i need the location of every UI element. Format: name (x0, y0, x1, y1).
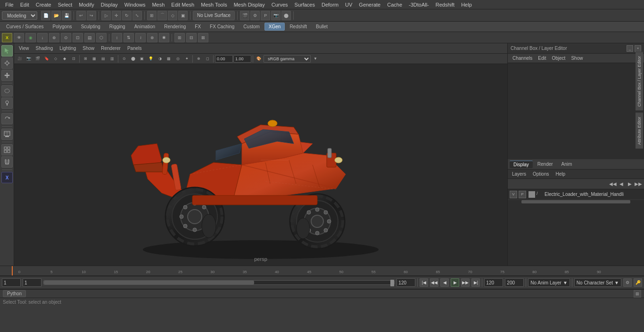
tab-fx-caching[interactable]: FX Caching (206, 23, 239, 31)
transform-tool-btn[interactable] (1, 57, 13, 69)
xgen-btn-14[interactable]: ✱ (159, 33, 169, 42)
menu-surfaces[interactable]: Surfaces (291, 1, 318, 8)
layer-color-swatch[interactable] (528, 191, 535, 198)
vp-select-btn[interactable]: ◇ (51, 55, 60, 63)
vp-scale-input[interactable] (233, 55, 251, 63)
menu-mesh-display[interactable]: Mesh Display (231, 1, 268, 8)
tab-bullet[interactable]: Bullet (312, 23, 332, 31)
snap-curve-btn[interactable]: ⌒ (157, 11, 167, 20)
viewport-menu-shading[interactable]: Shading (33, 45, 56, 52)
transport-back-step[interactable]: ◀◀ (430, 278, 438, 287)
anim-layer-dropdown[interactable]: No Anim Layer ▼ (528, 278, 570, 287)
char-set-dropdown[interactable]: No Character Set ▼ (574, 278, 621, 287)
tab-rendering[interactable]: Rendering (160, 23, 190, 31)
vp-obj-btn[interactable]: ◻ (203, 55, 212, 63)
render-settings-btn[interactable]: ⚙ (250, 11, 260, 20)
timeline-end-input[interactable] (396, 278, 415, 287)
tab-polygons[interactable]: Polygons (48, 23, 76, 31)
snap-grid-btn[interactable]: ⊞ (147, 11, 157, 20)
viewport-menu-view[interactable]: View (16, 45, 32, 52)
new-file-btn[interactable]: 📄 (41, 11, 50, 20)
viewport-canvas[interactable]: persp (14, 64, 507, 266)
xgen-btn-12[interactable]: ≀ (135, 33, 146, 42)
magnet-btn[interactable] (1, 156, 13, 168)
viewport-menu-renderer[interactable]: Renderer (98, 45, 124, 52)
transport-play-fwd[interactable]: ▶ (451, 278, 459, 287)
xgen-btn-11[interactable]: ⇅ (124, 33, 134, 42)
select-tool-btn[interactable] (1, 45, 13, 57)
menu-display[interactable]: Display (98, 1, 121, 8)
camera-btn[interactable]: 📷 (271, 11, 281, 20)
xgen-btn-7[interactable]: ⊡ (73, 33, 83, 42)
snap-surface-btn[interactable]: ▣ (178, 11, 188, 20)
menu-create[interactable]: Create (33, 1, 55, 8)
tab-anim[interactable]: Anim (558, 161, 576, 168)
max-range-input[interactable] (505, 278, 524, 287)
layer-item[interactable]: V P / Electric_Loader_with_Material_Hand… (508, 189, 644, 200)
display-btn[interactable]: ⬤ (281, 11, 291, 20)
auto-key-btn[interactable]: 🔑 (634, 278, 642, 287)
menu-redshift[interactable]: Redshift (432, 1, 458, 8)
scale-btn[interactable]: ⤡ (132, 11, 142, 20)
vp-bloom-btn[interactable]: ✦ (182, 55, 191, 63)
python-end-btn[interactable]: ⊞ (634, 290, 641, 298)
tab-sculpting[interactable]: Sculpting (77, 23, 105, 31)
lasso-tool-btn[interactable] (1, 85, 13, 97)
menu-curves[interactable]: Curves (268, 1, 291, 8)
menu-generate[interactable]: Generate (355, 1, 384, 8)
vp-solid-btn[interactable]: ⬤ (129, 55, 137, 63)
menu-modify[interactable]: Modify (75, 1, 97, 8)
menu-uv[interactable]: UV (342, 1, 355, 8)
vp-wire-btn[interactable]: ⊙ (120, 55, 128, 63)
vp-grid2-btn[interactable]: ▦ (90, 55, 99, 63)
save-file-btn[interactable]: 💾 (62, 11, 71, 20)
viewport-menu-show[interactable]: Show (80, 45, 97, 52)
xgen-btn-4[interactable]: ↓ (37, 33, 48, 42)
transport-jump-start[interactable]: |◀ (420, 278, 428, 287)
xgen-btn-10[interactable]: ↕ (112, 33, 122, 42)
vp-gamma-select[interactable]: sRGB gamma (264, 55, 311, 63)
xgen-btn-13[interactable]: ⊗ (147, 33, 157, 42)
xgen-btn-17[interactable]: ⊠ (198, 33, 208, 42)
vp-aovs-btn[interactable]: ▩ (165, 55, 173, 63)
tab-custom[interactable]: Custom (239, 23, 264, 31)
xgen-btn-8[interactable]: ▤ (84, 33, 95, 42)
transport-jump-end[interactable]: ▶| (471, 278, 480, 287)
vp-camera2-btn[interactable]: 🎬 (33, 55, 42, 63)
menu-cache[interactable]: Cache (384, 1, 405, 8)
viewport-menu-lighting[interactable]: Lighting (57, 45, 79, 52)
layer-menu-layers[interactable]: Layers (511, 171, 528, 177)
menu-edit-mesh[interactable]: Edit Mesh (168, 1, 198, 8)
vp-light-btn[interactable]: 💡 (147, 55, 155, 63)
menu-mesh[interactable]: Mesh (149, 1, 168, 8)
vp-grid4-btn[interactable]: ▥ (108, 55, 116, 63)
layer-end-btn[interactable]: ▶▶ (635, 180, 642, 188)
timeline[interactable]: 0 5 10 15 20 25 30 35 40 45 50 55 60 65 … (0, 266, 644, 276)
transport-fwd-frame[interactable]: ▶▶ (461, 278, 470, 287)
layer-p-toggle[interactable]: P (519, 191, 526, 198)
layer-menu-options[interactable]: Options (531, 171, 550, 177)
scrollbar-thumb[interactable] (521, 200, 630, 203)
edge-tab-channel-box[interactable]: Channel Box / Layer Editor (636, 52, 643, 111)
paint-tool-btn[interactable] (1, 97, 13, 109)
select-btn[interactable]: ▷ (101, 11, 111, 20)
vp-grid3-btn[interactable]: ▤ (99, 55, 107, 63)
xgen-btn-3[interactable]: ◉ (25, 33, 36, 42)
move-tool-btn[interactable] (1, 70, 13, 81)
snap-point-btn[interactable]: ◇ (168, 11, 177, 20)
layer-fwd-btn[interactable]: ▶ (626, 180, 634, 188)
menu-deform[interactable]: Deform (318, 1, 342, 8)
xgen-logo-btn[interactable]: X (1, 172, 13, 183)
menu-edit[interactable]: Edit (17, 1, 33, 8)
xgen-btn-16[interactable]: ⊟ (186, 33, 197, 42)
vp-gamma-arrow[interactable]: ▼ (311, 55, 320, 63)
layer-back-btn[interactable]: ◀ (618, 180, 625, 188)
viewport-menu-panels[interactable]: Panels (124, 45, 145, 52)
xgen-btn-6[interactable]: ⊙ (61, 33, 71, 42)
xgen-btn-9[interactable]: ⬡ (96, 33, 107, 42)
menu-help[interactable]: Help (458, 1, 475, 8)
tab-render[interactable]: Render (534, 161, 557, 168)
frame-current-input[interactable] (23, 278, 41, 287)
undo-btn[interactable]: ↩ (76, 11, 86, 20)
vp-grid-btn[interactable]: ⊞ (81, 55, 90, 63)
